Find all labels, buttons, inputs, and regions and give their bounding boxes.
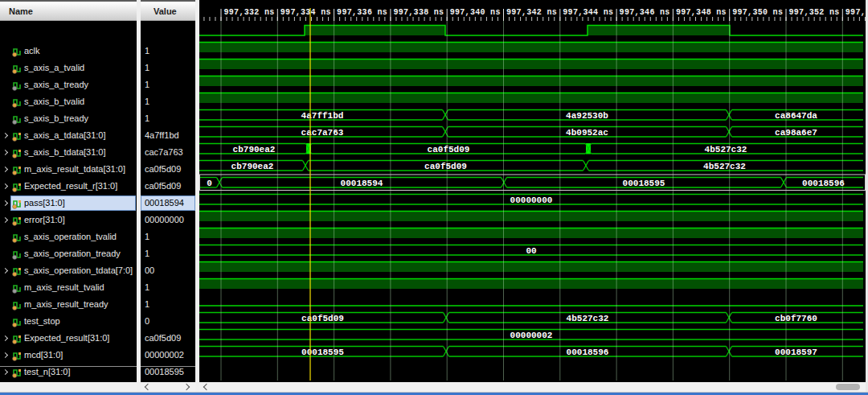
signal-row-mcd310[interactable]: mcd[31:0] [0,347,137,364]
signal-value-12[interactable]: 1 [141,245,195,262]
signal-row-m-axis-result-tvalid[interactable]: m_axis_result_tvalid [0,279,137,296]
signal-row-Expected-result310[interactable]: Expected_result[31:0] [0,330,137,347]
svg-text:cb0f7760: cb0f7760 [775,314,817,323]
signal-value-9[interactable]: 00018594 [141,195,195,212]
expand-chevron-icon[interactable] [2,133,8,138]
value-column-header[interactable]: Value [141,0,195,21]
signal-value-0[interactable]: 1 [141,43,195,60]
svg-text:997,350 ns: 997,350 ns [732,8,783,17]
signal-row-s-axis-operation-tvalid[interactable]: s_axis_operation_tvalid [0,228,137,245]
signal-value-label: ca0f5d09 [145,161,181,178]
signal-value-4[interactable]: 1 [141,110,195,127]
svg-text:00018595: 00018595 [623,179,665,188]
signal-name-label: Expected_result_r[31:0] [24,178,117,195]
value-scroll-right-icon[interactable] [183,384,190,390]
svg-text:4a7ff1bd: 4a7ff1bd [301,111,344,121]
expand-chevron-icon[interactable] [2,352,8,358]
expand-chevron-icon[interactable] [2,335,8,341]
svg-text:00018595: 00018595 [301,348,344,357]
svg-text:4b527c32: 4b527c32 [567,314,609,323]
signal-row-error310[interactable]: error[31:0] [0,212,137,228]
signal-value-label: 1 [145,296,149,313]
bus-signal-icon [12,367,22,382]
svg-text:00000000: 00000000 [510,195,553,205]
signal-value-16[interactable]: 0 [141,313,195,330]
signal-row-s-axis-b-tdata310[interactable]: s_axis_b_tdata[31:0] [0,144,137,161]
signal-row-s-axis-operation-tdata70[interactable]: s_axis_operation_tdata[7:0] [0,262,137,279]
signal-row-test-n310[interactable]: test_n[31:0] [0,364,137,381]
signal-row-s-axis-b-tvalid[interactable]: s_axis_b_tvalid [0,93,137,110]
expand-chevron-icon[interactable] [2,217,8,223]
name-column-header[interactable]: Name [0,0,137,21]
signal-name-label: s_axis_operation_tvalid [24,228,117,245]
waveform-canvas[interactable]: 4a7ff1bd4a92530bca8647dacac7a7634b0952ac… [199,0,866,381]
signal-row-test-stop[interactable]: test_stop [0,313,137,330]
signal-value-17[interactable]: ca0f5d09 [141,330,195,347]
wave-hscrollbar[interactable] [199,382,866,392]
signal-value-1[interactable]: 1 [141,60,195,76]
signal-row-pass310[interactable]: pass[31:0] [0,195,137,212]
signal-row-m-axis-result-tdata310[interactable]: m_axis_result_tdata[31:0] [0,161,137,178]
signal-name-label: s_axis_a_tdata[31:0] [24,127,106,144]
signal-value-label: 00000002 [145,347,184,364]
signal-value-5[interactable]: 4a7ff1bd [141,127,195,144]
signal-value-label: ca0f5d09 [145,330,181,347]
signal-value-2[interactable]: 1 [141,76,195,93]
signal-name-label: Expected_result[31:0] [24,330,109,347]
signal-row-s-axis-b-tready[interactable]: s_axis_b_tready [0,110,137,127]
expand-chevron-icon[interactable] [2,200,8,206]
signal-value-label: 1 [145,43,149,60]
signal-value-11[interactable]: 1 [141,228,195,245]
signal-row-Expected-result-r310[interactable]: Expected_result_r[31:0] [0,178,137,195]
signal-row-s-axis-operation-tready[interactable]: s_axis_operation_tready [0,245,137,262]
signal-value-label: ca0f5d09 [145,178,181,195]
expand-chevron-icon[interactable] [2,183,8,189]
svg-text:997,352 ns: 997,352 ns [789,8,840,17]
signal-value-13[interactable]: 00 [141,262,195,279]
wave-scroll-left-icon[interactable] [203,384,210,390]
signal-name-label: s_axis_operation_tdata[7:0] [24,262,133,279]
signal-row-s-axis-a-tready[interactable]: s_axis_a_tready [0,76,137,93]
value-scroll-left-icon[interactable] [145,384,151,390]
waveform-viewer-window: Name aclks_axis_a_tvalids_axis_a_treadys… [0,0,868,395]
value-hscrollbar[interactable] [141,382,195,392]
svg-text:00: 00 [526,246,536,256]
signal-row-s-axis-a-tvalid[interactable]: s_axis_a_tvalid [0,60,137,76]
value-column-title: Value [154,6,177,16]
wave-scrollbar-thumb[interactable] [836,384,860,390]
signal-value-15[interactable]: 1 [141,296,195,313]
signal-value-6[interactable]: cac7a763 [141,144,195,161]
signal-value-label: 1 [145,228,149,245]
signal-value-8[interactable]: ca0f5d09 [141,178,195,195]
expand-chevron-icon[interactable] [2,150,8,155]
signal-value-10[interactable]: 00000000 [141,212,195,228]
signal-value-label: 1 [145,76,149,93]
signal-name-label: test_n[31:0] [24,364,71,381]
svg-text:ca8647da: ca8647da [775,111,817,121]
svg-text:ca0f5d09: ca0f5d09 [424,162,467,171]
signal-value-7[interactable]: ca0f5d09 [141,161,195,178]
signal-value-14[interactable]: 1 [141,279,195,296]
signal-value-label: 00000000 [145,212,184,228]
svg-text:00000002: 00000002 [510,331,553,340]
signal-row-s-axis-a-tdata310[interactable]: s_axis_a_tdata[31:0] [0,127,137,144]
svg-text:997,342 ns: 997,342 ns [506,8,557,17]
signal-value-label: 4a7ff1bd [145,127,179,144]
expand-chevron-icon[interactable] [2,167,8,172]
signal-value-19[interactable]: 00018595 [141,364,195,381]
signal-name-label: error[31:0] [24,212,65,228]
signal-value-label: 00018595 [145,364,184,381]
signal-name-label: pass[31:0] [24,195,65,212]
expand-chevron-icon[interactable] [2,268,8,274]
signal-name-list: aclks_axis_a_tvalids_axis_a_treadys_axis… [0,21,137,382]
signal-row-aclk[interactable]: aclk [0,43,137,60]
signal-value-3[interactable]: 1 [141,93,195,110]
name-panel: Name aclks_axis_a_tvalids_axis_a_treadys… [0,0,137,395]
svg-text:997,334 ns: 997,334 ns [280,8,331,17]
svg-text:997,336 ns: 997,336 ns [337,8,387,17]
signal-value-18[interactable]: 00000002 [141,347,195,364]
svg-text:997,344 ns: 997,344 ns [563,8,613,17]
expand-chevron-icon[interactable] [2,369,8,375]
signal-row-m-axis-result-tready[interactable]: m_axis_result_tready [0,296,137,313]
svg-text:ca0f5d09: ca0f5d09 [428,145,470,154]
